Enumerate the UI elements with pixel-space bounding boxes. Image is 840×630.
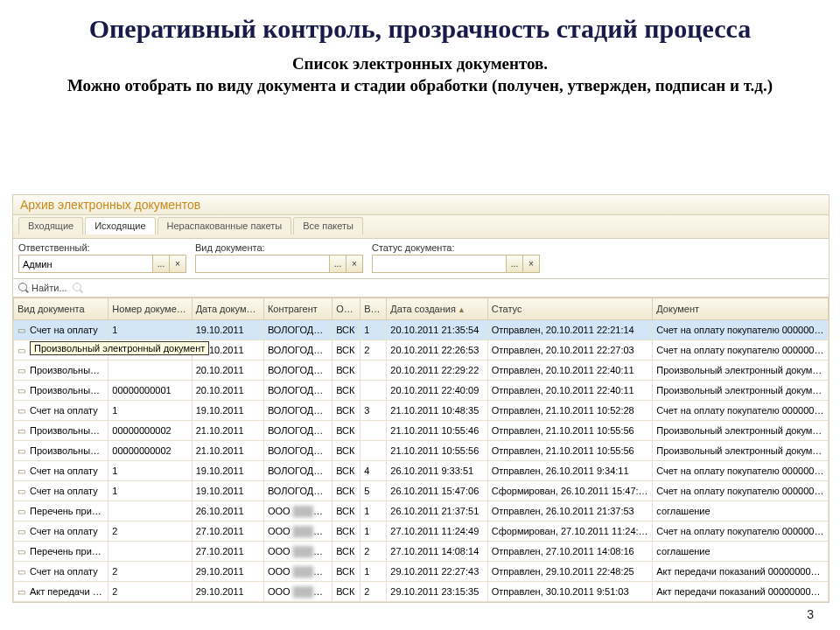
table-cell: ▭Счет на оплату [14,461,108,481]
tab-3[interactable]: Все пакеты [293,217,363,234]
table-cell: Отправлен, 21.10.2011 10:55:56 [487,441,653,461]
table-cell: 29.10.2011 23:15:35 [387,582,487,602]
table-row[interactable]: ▭Счет на оплату229.10.2011ООО ██████ВСК1… [14,562,829,582]
table-cell: 2 [108,562,192,582]
table-cell: ВОЛОГОДСК... [263,481,332,501]
table-cell: 1 [108,461,192,481]
table-cell: 19.10.2011 [192,481,263,501]
table-cell: 5 [360,481,387,501]
table-row[interactable]: ▭Перечень приборов...27.10.2011ООО █████… [14,542,829,562]
document-icon: ▭ [18,386,28,396]
document-icon: ▭ [18,547,28,556]
tooltip: Произвольный электронный документ [30,341,209,355]
filter-doctype-input[interactable]: ... × [195,255,363,273]
tab-0[interactable]: Входящие [18,217,83,234]
column-header[interactable]: Номер документа [108,298,192,320]
table-row[interactable]: ▭Счет на оплату227.10.2011ООО ██████ВСК1… [14,522,829,542]
table-cell: 27.10.2011 [192,542,263,562]
table-cell: Счет на оплату покупателю 00000000001 от… [653,340,829,360]
table-row[interactable]: ▭Счет на оплату119.10.2011ВОЛОГОДСК...ВС… [14,401,829,421]
document-icon: ▭ [18,527,28,536]
lookup-button[interactable]: ... [329,256,346,272]
table-cell: ▭Счет на оплату [14,522,108,542]
table-cell: ▭Счет на оплату [14,401,108,421]
table-row[interactable]: ▭Счет на оплату119.10.2011ВОЛОГОДСК...ВС… [14,461,829,481]
find-button[interactable]: Найти... [18,283,67,293]
table-cell: 3 [360,401,387,421]
table-cell: ВСК [332,401,360,421]
table-cell: 26.10.2011 9:33:51 [387,461,487,481]
table-cell: 20.10.2011 22:40:09 [387,381,487,401]
table-cell: ВОЛОГОДСК... [263,381,332,401]
filter-status-field[interactable] [373,259,506,270]
document-icon: ▭ [18,587,28,597]
table-cell: 27.10.2011 11:24:49 [387,522,487,542]
column-header[interactable]: Ве... [360,298,387,320]
table-cell: Отправлен, 20.10.2011 22:40:11 [487,360,653,381]
document-icon: ▭ [18,567,28,577]
table-cell: 21.10.2011 [192,441,263,461]
table-cell [360,421,387,441]
sort-asc-icon: ▲ [458,305,466,314]
document-icon: ▭ [18,426,28,436]
table-cell: 26.10.2011 [192,501,263,522]
clear-button[interactable]: × [346,256,362,272]
table-cell: Отправлен, 20.10.2011 22:21:14 [487,320,653,340]
filter-status-input[interactable]: ... × [372,255,540,273]
filter-doctype-label: Вид документа: [195,242,363,253]
table-row[interactable]: ▭Акт передачи пока...229.10.2011ООО ████… [14,582,829,602]
table-cell: 26.10.2011 21:37:51 [387,501,487,522]
column-header[interactable]: Статус [487,298,653,320]
document-icon: ▭ [18,346,28,355]
table-cell: 1 [360,522,387,542]
column-header[interactable]: Орг... [332,298,360,320]
filter-doctype-field[interactable] [196,259,329,270]
table-cell: Счет на оплату покупателю 00000000001 от… [653,461,829,481]
clear-button[interactable]: × [522,256,539,272]
table-row[interactable]: ▭Счет на оплату119.10.2011ВОЛОГОДСК...ВС… [14,481,829,501]
table-cell: ▭Перечень приборов... [14,501,108,522]
table-cell [360,360,387,381]
table-cell: 20.10.2011 21:35:54 [387,320,487,340]
table-cell: Отправлен, 20.10.2011 22:40:11 [487,381,653,401]
table-cell: Отправлен, 26.10.2011 9:34:11 [487,461,653,481]
table-cell [108,542,192,562]
table-cell: ВСК [332,501,360,522]
table-cell: 1 [360,501,387,522]
table-cell: 20.10.2011 [192,381,263,401]
table-row[interactable]: ▭Перечень приборов...26.10.2011ООО █████… [14,501,829,522]
column-header[interactable]: Документ [653,298,829,320]
table-cell: Счет на оплату покупателю 00000000002 от… [653,522,829,542]
column-header[interactable]: Дата создания▲ [387,298,487,320]
table-cell: соглашение [653,501,829,522]
table-cell: ВСК [332,582,360,602]
table-cell: ▭Произвольный эле... [14,441,108,461]
filter-responsible-label: Ответственный: [18,242,186,253]
tab-1[interactable]: Исходящие [85,217,155,234]
table-row[interactable]: ▭Произвольный эле...20.10.2011ВОЛОГОДСК.… [14,360,829,381]
lookup-button[interactable]: ... [152,256,169,272]
tab-2[interactable]: Нераспакованные пакеты [158,217,292,234]
table-cell: 19.10.2011 [192,401,263,421]
clear-button[interactable]: × [169,256,186,272]
column-header[interactable]: Дата документа [192,298,263,320]
column-header[interactable]: Контрагент [263,298,332,320]
table-cell: 29.10.2011 [192,562,263,582]
column-header[interactable]: Вид документа [14,298,108,320]
table-cell: ВСК [332,542,360,562]
table-row[interactable]: ▭Произвольный эле...0000000000221.10.201… [14,441,829,461]
table-cell: ООО ██████ [263,522,332,542]
filter-responsible-input[interactable]: ... × [18,255,186,273]
table-row[interactable]: ▭Счет на оплату119.10.2011ВОЛОГОДСК...ВС… [14,320,829,340]
table-cell: ▭Счет на оплату [14,481,108,501]
table-row[interactable]: ▭Произвольный эле...0000000000120.10.201… [14,381,829,401]
table-cell: 21.10.2011 [192,421,263,441]
table-row[interactable]: ▭Произвольный эле...0000000000221.10.201… [14,421,829,441]
table-cell: 27.10.2011 [192,522,263,542]
slide-title: Оперативный контроль, прозрачность стади… [21,14,819,44]
table-cell [360,381,387,401]
lookup-button[interactable]: ... [506,256,522,272]
filter-responsible-field[interactable] [19,259,152,270]
clear-find-button[interactable] [73,283,83,293]
table-cell: 1 [108,481,192,501]
